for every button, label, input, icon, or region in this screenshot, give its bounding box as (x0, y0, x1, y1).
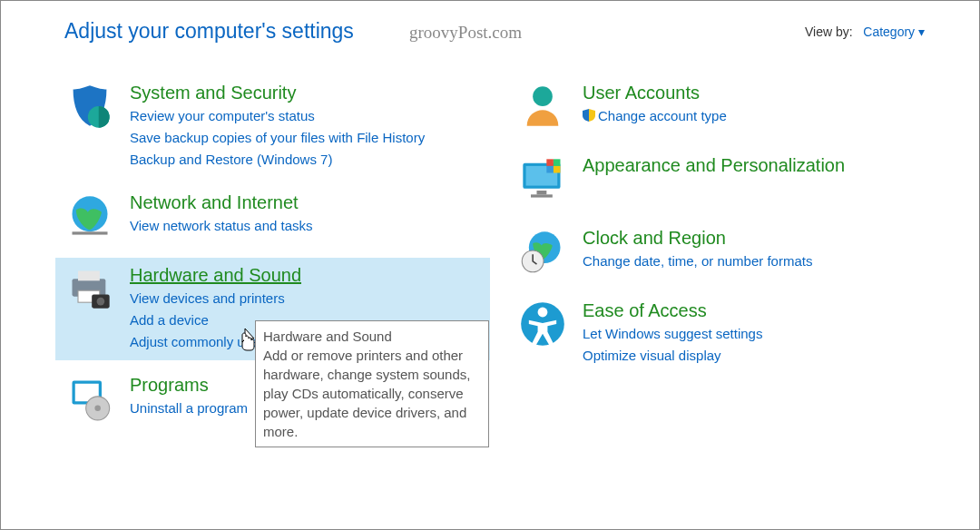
svg-rect-2 (73, 231, 108, 234)
programs-icon (64, 375, 115, 426)
category-title[interactable]: Clock and Region (583, 228, 726, 249)
right-column: User Accounts Change account type Appear… (508, 75, 943, 440)
category-title[interactable]: Network and Internet (130, 192, 299, 213)
page-title: Adjust your computer's settings (64, 19, 354, 44)
sub-link[interactable]: View devices and printers (130, 288, 481, 309)
svg-rect-17 (546, 159, 554, 166)
header-bar: Adjust your computer's settings groovyPo… (1, 1, 979, 48)
category-ease-of-access: Ease of Access Let Windows suggest setti… (508, 293, 943, 374)
view-by-label: View by: (805, 25, 853, 39)
sub-link[interactable]: Change account type (583, 105, 934, 128)
svg-rect-18 (554, 159, 561, 166)
shield-icon (64, 83, 115, 133)
category-title[interactable]: Ease of Access (583, 300, 707, 321)
category-title[interactable]: Appearance and Personalization (583, 155, 845, 176)
sub-link[interactable]: Optimize visual display (583, 345, 934, 367)
svg-point-7 (97, 298, 105, 306)
category-user-accounts: User Accounts Change account type (508, 75, 943, 141)
category-title[interactable]: Hardware and Sound (130, 265, 301, 286)
sub-link[interactable]: Save backup copies of your files with Fi… (130, 127, 481, 149)
svg-rect-16 (531, 194, 553, 197)
svg-rect-15 (537, 191, 547, 194)
category-title[interactable]: User Accounts (583, 83, 700, 103)
svg-point-11 (94, 406, 101, 412)
globe-icon (64, 192, 115, 243)
svg-rect-20 (554, 166, 561, 173)
tooltip-body: Add or remove printers and other hardwar… (263, 348, 470, 439)
printer-icon (64, 265, 115, 316)
content-area: System and Security Review your computer… (1, 48, 979, 440)
view-by-control[interactable]: View by: Category ▾ (805, 25, 925, 39)
sub-link[interactable]: View network status and tasks (130, 215, 481, 237)
category-appearance-personalization: Appearance and Personalization (508, 148, 943, 213)
chevron-down-icon: ▾ (918, 25, 925, 39)
sub-link[interactable]: Let Windows suggest settings (583, 323, 934, 345)
sub-link[interactable]: Change date, time, or number formats (583, 250, 934, 272)
sub-link[interactable]: Review your computer's status (130, 105, 481, 127)
category-network-internet: Network and Internet View network status… (55, 185, 490, 250)
monitor-icon (517, 155, 568, 206)
svg-point-24 (538, 308, 548, 318)
svg-point-12 (533, 86, 553, 106)
accessibility-icon (517, 300, 568, 351)
category-clock-region: Clock and Region Change date, time, or n… (508, 221, 943, 286)
sub-link[interactable]: Backup and Restore (Windows 7) (130, 149, 481, 171)
uac-shield-icon (583, 106, 595, 128)
tooltip: Hardware and Sound Add or remove printer… (255, 320, 489, 447)
category-title[interactable]: System and Security (130, 83, 296, 103)
user-icon (517, 83, 568, 133)
svg-rect-19 (546, 166, 554, 173)
category-title[interactable]: Programs (130, 375, 209, 396)
category-system-security: System and Security Review your computer… (55, 75, 490, 178)
tooltip-title: Hardware and Sound (263, 327, 481, 346)
view-by-value[interactable]: Category (863, 25, 915, 39)
clock-globe-icon (517, 228, 568, 279)
watermark-text: groovyPost.com (409, 23, 522, 43)
svg-rect-4 (78, 271, 100, 281)
